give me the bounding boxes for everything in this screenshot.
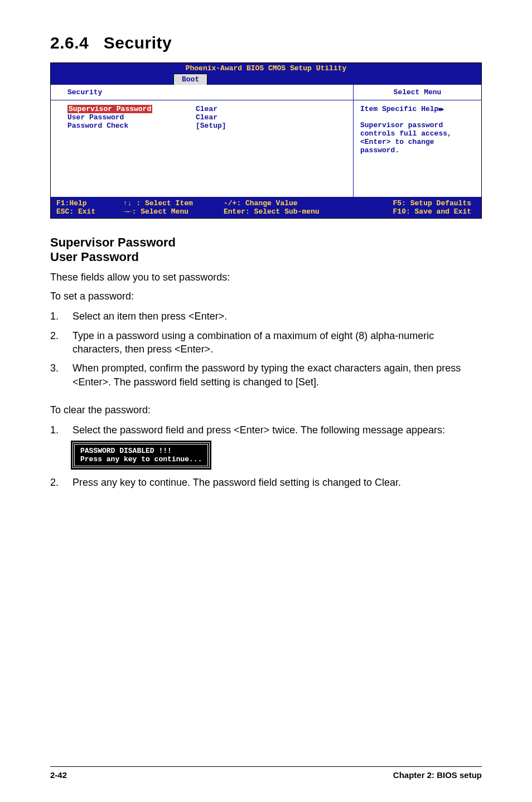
message-box-wrap: PASSWORD DISABLED !!! Press any key to c… [72,442,482,468]
set-password-steps: 1.Select an item then press <Enter>. 2.T… [50,310,482,388]
bios-help-body: Supervisor password controls full access… [360,121,475,154]
step-number: 1. [50,423,72,437]
bios-item-password-check[interactable]: Password Check [Setup] [67,122,343,130]
bios-subheader-row: Security Select Menu [51,85,481,100]
footer-select-item: ↑↓ : Select Item [123,199,224,207]
footer-f10: F10: Save and Exit [352,207,476,216]
footer-enter: Enter: Select Sub-menu [224,207,352,216]
bios-help-title-text: Item Specific Help [360,105,438,113]
section-title: 2.6.4 Security [50,33,482,52]
to-clear-label: To clear the password: [50,403,482,417]
step-text: Select an item then press <Enter>. [72,310,482,323]
list-item: 2.Type in a password using a combination… [50,329,482,356]
clear-password-steps-2: 2.Press any key to continue. The passwor… [50,476,482,489]
bios-item-value: [Setup] [196,122,226,130]
step-number: 2. [50,476,72,489]
bios-main-title: Phoenix-Award BIOS CMOS Setup Utility [51,63,481,74]
step-text: Select the password field and press <Ent… [72,423,482,437]
bios-tab-boot[interactable]: Boot [173,74,207,85]
bios-left-header: Security [51,85,353,100]
list-item: 1.Select the password field and press <E… [50,423,482,437]
page-number: 2-42 [50,770,67,780]
intro-paragraph: These fields allow you to set passwords: [50,270,482,284]
bios-content: Supervisor Password Clear User Password … [51,100,481,197]
step-text: When prompted, confirm the password by t… [72,361,482,389]
password-disabled-message: PASSWORD DISABLED !!! Press any key to c… [72,442,210,468]
footer-select-menu: →←: Select Menu [123,207,224,216]
bios-tab-bar: Boot [51,74,481,85]
footer-f1: F1:Help [56,199,123,207]
footer-esc: ESC: Exit [56,207,123,216]
step-number: 3. [50,361,72,389]
footer-change-value: -/+: Change Value [224,199,352,207]
bios-footer: F1:Help ↑↓ : Select Item -/+: Change Val… [51,197,481,218]
clear-password-steps: 1.Select the password field and press <E… [50,423,482,437]
step-number: 1. [50,310,72,323]
list-item: 3.When prompted, confirm the password by… [50,361,482,389]
footer-f5: F5: Setup Defaults [352,199,476,207]
bios-item-value: Clear [196,105,217,113]
bios-item-label: User Password [67,113,196,122]
bios-help-pane: Item Specific Help▶▶ Supervisor password… [353,100,481,197]
section-number: 2.6.4 [50,33,89,52]
page-footer: 2-42 Chapter 2: BIOS setup [50,766,482,780]
list-item: 1.Select an item then press <Enter>. [50,310,482,323]
bios-item-user-password[interactable]: User Password Clear [67,113,343,122]
bios-help-title: Item Specific Help▶▶ [360,105,475,113]
step-text: Type in a password using a combination o… [72,329,482,356]
bios-window: Phoenix-Award BIOS CMOS Setup Utility Bo… [50,62,482,219]
step-number: 2. [50,329,72,356]
bios-item-supervisor-password[interactable]: Supervisor Password Clear [67,105,343,113]
to-set-label: To set a password: [50,289,482,303]
bios-right-header: Select Menu [353,85,481,100]
chapter-label: Chapter 2: BIOS setup [393,770,482,780]
step-text: Press any key to continue. The password … [72,476,482,489]
bios-settings-pane: Supervisor Password Clear User Password … [51,100,353,197]
heading-user-password: User Password [50,250,482,264]
triangle-icon: ▶▶ [438,106,442,113]
heading-supervisor-password: Supervisor Password [50,235,482,250]
bios-item-label: Supervisor Password [67,105,152,113]
section-name: Security [104,33,172,52]
list-item: 2.Press any key to continue. The passwor… [50,476,482,489]
bios-item-value: Clear [196,113,217,122]
bios-item-label: Password Check [67,122,196,130]
